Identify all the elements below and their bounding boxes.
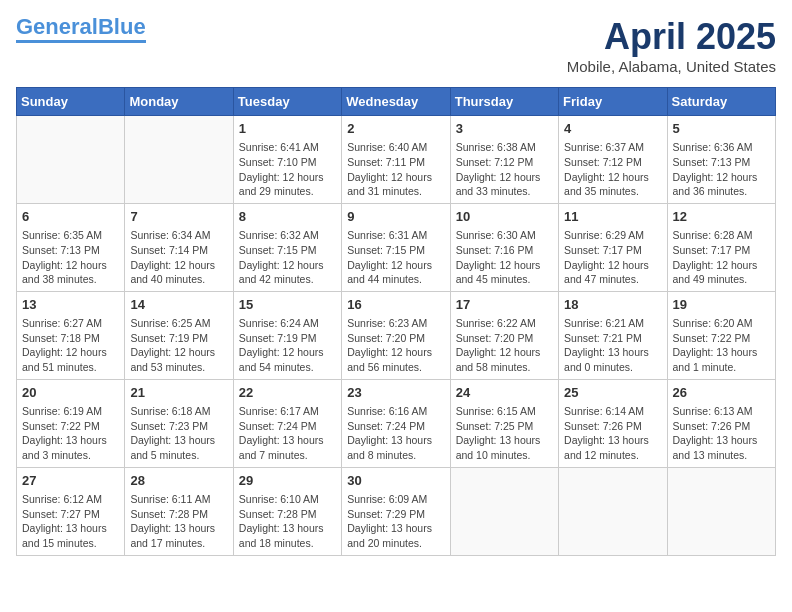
calendar-header: SundayMondayTuesdayWednesdayThursdayFrid…	[17, 88, 776, 116]
day-info: Sunrise: 6:19 AM Sunset: 7:22 PM Dayligh…	[22, 404, 119, 463]
weekday-header-sunday: Sunday	[17, 88, 125, 116]
day-number: 24	[456, 384, 553, 402]
day-number: 13	[22, 296, 119, 314]
day-info: Sunrise: 6:34 AM Sunset: 7:14 PM Dayligh…	[130, 228, 227, 287]
day-number: 23	[347, 384, 444, 402]
logo: GeneralBlue	[16, 16, 146, 43]
day-info: Sunrise: 6:31 AM Sunset: 7:15 PM Dayligh…	[347, 228, 444, 287]
logo-text: GeneralBlue	[16, 16, 146, 38]
weekday-header-friday: Friday	[559, 88, 667, 116]
day-info: Sunrise: 6:38 AM Sunset: 7:12 PM Dayligh…	[456, 140, 553, 199]
day-cell: 7Sunrise: 6:34 AM Sunset: 7:14 PM Daylig…	[125, 203, 233, 291]
day-info: Sunrise: 6:35 AM Sunset: 7:13 PM Dayligh…	[22, 228, 119, 287]
day-info: Sunrise: 6:11 AM Sunset: 7:28 PM Dayligh…	[130, 492, 227, 551]
day-number: 8	[239, 208, 336, 226]
day-cell: 19Sunrise: 6:20 AM Sunset: 7:22 PM Dayli…	[667, 291, 775, 379]
day-info: Sunrise: 6:17 AM Sunset: 7:24 PM Dayligh…	[239, 404, 336, 463]
day-number: 5	[673, 120, 770, 138]
day-number: 27	[22, 472, 119, 490]
day-number: 25	[564, 384, 661, 402]
calendar-table: SundayMondayTuesdayWednesdayThursdayFrid…	[16, 87, 776, 556]
day-cell: 22Sunrise: 6:17 AM Sunset: 7:24 PM Dayli…	[233, 379, 341, 467]
day-info: Sunrise: 6:12 AM Sunset: 7:27 PM Dayligh…	[22, 492, 119, 551]
day-info: Sunrise: 6:28 AM Sunset: 7:17 PM Dayligh…	[673, 228, 770, 287]
day-number: 4	[564, 120, 661, 138]
day-info: Sunrise: 6:22 AM Sunset: 7:20 PM Dayligh…	[456, 316, 553, 375]
day-cell: 8Sunrise: 6:32 AM Sunset: 7:15 PM Daylig…	[233, 203, 341, 291]
day-cell: 24Sunrise: 6:15 AM Sunset: 7:25 PM Dayli…	[450, 379, 558, 467]
day-info: Sunrise: 6:36 AM Sunset: 7:13 PM Dayligh…	[673, 140, 770, 199]
day-info: Sunrise: 6:21 AM Sunset: 7:21 PM Dayligh…	[564, 316, 661, 375]
day-info: Sunrise: 6:40 AM Sunset: 7:11 PM Dayligh…	[347, 140, 444, 199]
logo-blue: Blue	[98, 14, 146, 39]
day-number: 20	[22, 384, 119, 402]
day-cell: 2Sunrise: 6:40 AM Sunset: 7:11 PM Daylig…	[342, 116, 450, 204]
day-number: 26	[673, 384, 770, 402]
day-info: Sunrise: 6:20 AM Sunset: 7:22 PM Dayligh…	[673, 316, 770, 375]
header: GeneralBlue April 2025 Mobile, Alabama, …	[16, 16, 776, 75]
week-row-3: 13Sunrise: 6:27 AM Sunset: 7:18 PM Dayli…	[17, 291, 776, 379]
day-cell: 23Sunrise: 6:16 AM Sunset: 7:24 PM Dayli…	[342, 379, 450, 467]
day-cell	[125, 116, 233, 204]
day-number: 28	[130, 472, 227, 490]
day-cell: 29Sunrise: 6:10 AM Sunset: 7:28 PM Dayli…	[233, 467, 341, 555]
day-info: Sunrise: 6:16 AM Sunset: 7:24 PM Dayligh…	[347, 404, 444, 463]
day-info: Sunrise: 6:41 AM Sunset: 7:10 PM Dayligh…	[239, 140, 336, 199]
day-number: 12	[673, 208, 770, 226]
day-number: 21	[130, 384, 227, 402]
day-info: Sunrise: 6:37 AM Sunset: 7:12 PM Dayligh…	[564, 140, 661, 199]
day-cell: 9Sunrise: 6:31 AM Sunset: 7:15 PM Daylig…	[342, 203, 450, 291]
day-number: 18	[564, 296, 661, 314]
day-number: 29	[239, 472, 336, 490]
day-cell: 21Sunrise: 6:18 AM Sunset: 7:23 PM Dayli…	[125, 379, 233, 467]
weekday-header-saturday: Saturday	[667, 88, 775, 116]
day-cell: 14Sunrise: 6:25 AM Sunset: 7:19 PM Dayli…	[125, 291, 233, 379]
logo-general: General	[16, 14, 98, 39]
day-info: Sunrise: 6:25 AM Sunset: 7:19 PM Dayligh…	[130, 316, 227, 375]
day-number: 10	[456, 208, 553, 226]
day-info: Sunrise: 6:15 AM Sunset: 7:25 PM Dayligh…	[456, 404, 553, 463]
day-cell: 16Sunrise: 6:23 AM Sunset: 7:20 PM Dayli…	[342, 291, 450, 379]
day-number: 30	[347, 472, 444, 490]
day-info: Sunrise: 6:18 AM Sunset: 7:23 PM Dayligh…	[130, 404, 227, 463]
calendar-subtitle: Mobile, Alabama, United States	[567, 58, 776, 75]
day-cell: 10Sunrise: 6:30 AM Sunset: 7:16 PM Dayli…	[450, 203, 558, 291]
day-cell: 25Sunrise: 6:14 AM Sunset: 7:26 PM Dayli…	[559, 379, 667, 467]
day-cell	[667, 467, 775, 555]
day-cell	[450, 467, 558, 555]
week-row-2: 6Sunrise: 6:35 AM Sunset: 7:13 PM Daylig…	[17, 203, 776, 291]
day-cell: 26Sunrise: 6:13 AM Sunset: 7:26 PM Dayli…	[667, 379, 775, 467]
weekday-header-thursday: Thursday	[450, 88, 558, 116]
day-number: 22	[239, 384, 336, 402]
day-info: Sunrise: 6:13 AM Sunset: 7:26 PM Dayligh…	[673, 404, 770, 463]
day-cell: 30Sunrise: 6:09 AM Sunset: 7:29 PM Dayli…	[342, 467, 450, 555]
day-info: Sunrise: 6:27 AM Sunset: 7:18 PM Dayligh…	[22, 316, 119, 375]
day-number: 19	[673, 296, 770, 314]
day-cell	[559, 467, 667, 555]
day-info: Sunrise: 6:14 AM Sunset: 7:26 PM Dayligh…	[564, 404, 661, 463]
week-row-4: 20Sunrise: 6:19 AM Sunset: 7:22 PM Dayli…	[17, 379, 776, 467]
day-info: Sunrise: 6:29 AM Sunset: 7:17 PM Dayligh…	[564, 228, 661, 287]
logo-underline	[16, 40, 146, 43]
day-info: Sunrise: 6:24 AM Sunset: 7:19 PM Dayligh…	[239, 316, 336, 375]
day-cell: 3Sunrise: 6:38 AM Sunset: 7:12 PM Daylig…	[450, 116, 558, 204]
day-cell: 11Sunrise: 6:29 AM Sunset: 7:17 PM Dayli…	[559, 203, 667, 291]
day-number: 6	[22, 208, 119, 226]
day-cell: 28Sunrise: 6:11 AM Sunset: 7:28 PM Dayli…	[125, 467, 233, 555]
week-row-5: 27Sunrise: 6:12 AM Sunset: 7:27 PM Dayli…	[17, 467, 776, 555]
day-number: 16	[347, 296, 444, 314]
day-cell: 5Sunrise: 6:36 AM Sunset: 7:13 PM Daylig…	[667, 116, 775, 204]
day-cell: 15Sunrise: 6:24 AM Sunset: 7:19 PM Dayli…	[233, 291, 341, 379]
day-cell: 27Sunrise: 6:12 AM Sunset: 7:27 PM Dayli…	[17, 467, 125, 555]
day-cell: 6Sunrise: 6:35 AM Sunset: 7:13 PM Daylig…	[17, 203, 125, 291]
day-cell: 18Sunrise: 6:21 AM Sunset: 7:21 PM Dayli…	[559, 291, 667, 379]
day-cell: 4Sunrise: 6:37 AM Sunset: 7:12 PM Daylig…	[559, 116, 667, 204]
weekday-header-wednesday: Wednesday	[342, 88, 450, 116]
day-info: Sunrise: 6:30 AM Sunset: 7:16 PM Dayligh…	[456, 228, 553, 287]
day-number: 2	[347, 120, 444, 138]
day-number: 14	[130, 296, 227, 314]
day-number: 3	[456, 120, 553, 138]
weekday-header-monday: Monday	[125, 88, 233, 116]
day-info: Sunrise: 6:23 AM Sunset: 7:20 PM Dayligh…	[347, 316, 444, 375]
calendar-body: 1Sunrise: 6:41 AM Sunset: 7:10 PM Daylig…	[17, 116, 776, 556]
